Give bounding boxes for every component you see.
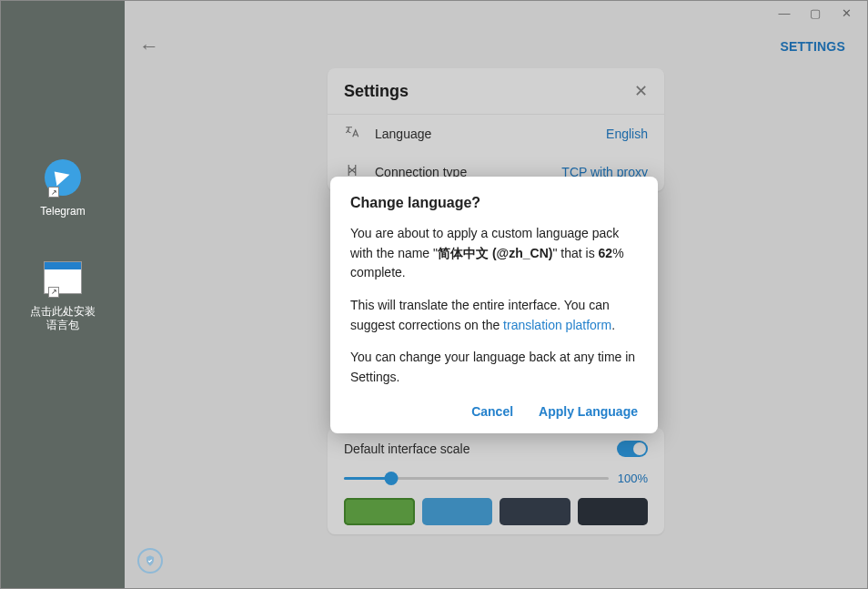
window-close-button[interactable]: ✕ [831, 4, 862, 22]
slider-value: 100% [618, 472, 648, 485]
window-titlebar: — ▢ ✕ [125, 1, 867, 25]
desktop-icon-label: Telegram [40, 205, 85, 219]
desktop-icon-label: 点击此处安装 语言包 [30, 305, 96, 333]
scale-slider[interactable]: 100% [344, 472, 648, 485]
change-language-dialog: Change language? You are about to apply … [330, 177, 658, 433]
apply-language-button[interactable]: Apply Language [539, 404, 638, 419]
dialog-message-3: You can change your language back at any… [350, 348, 638, 387]
theme-swatch[interactable] [578, 498, 649, 525]
settings-breadcrumb[interactable]: SETTINGS [780, 39, 845, 54]
translate-icon [344, 124, 362, 144]
app-header: ← SETTINGS [125, 25, 867, 68]
maximize-button[interactable]: ▢ [800, 4, 831, 22]
settings-panel: Settings ✕ Language English Connection t… [328, 68, 664, 191]
cancel-button[interactable]: Cancel [471, 404, 513, 419]
setting-label: Language [375, 127, 593, 141]
shield-verified-icon[interactable] [137, 548, 163, 574]
minimize-button[interactable]: — [769, 4, 800, 22]
dialog-message-2: This will translate the entire interface… [350, 296, 638, 335]
scale-toggle[interactable] [617, 441, 648, 457]
desktop-icon-langpack[interactable]: ↗ 点击此处安装 语言包 [1, 258, 125, 333]
desktop-background: ↗ Telegram ↗ 点击此处安装 语言包 [1, 1, 125, 588]
theme-swatch[interactable] [344, 498, 415, 525]
back-arrow-icon[interactable]: ← [139, 35, 159, 58]
desktop-icon-telegram[interactable]: ↗ Telegram [1, 157, 125, 219]
slider-track [344, 477, 609, 480]
telegram-icon: ↗ [43, 157, 83, 198]
theme-swatches [344, 498, 648, 525]
dialog-message-1: You are about to apply a custom language… [350, 224, 638, 283]
settings-panel-scale: Default interface scale 100% [328, 428, 664, 534]
scale-label: Default interface scale [344, 442, 470, 456]
panel-title: Settings [344, 82, 409, 101]
theme-swatch[interactable] [422, 498, 493, 525]
slider-thumb[interactable] [385, 472, 399, 485]
setting-value: English [606, 127, 648, 141]
file-icon: ↗ [43, 258, 83, 298]
dialog-title: Change language? [350, 195, 638, 211]
settings-row-language[interactable]: Language English [328, 115, 664, 153]
theme-swatch[interactable] [500, 498, 570, 525]
translation-platform-link[interactable]: translation platform [503, 318, 611, 332]
close-icon[interactable]: ✕ [634, 81, 648, 101]
